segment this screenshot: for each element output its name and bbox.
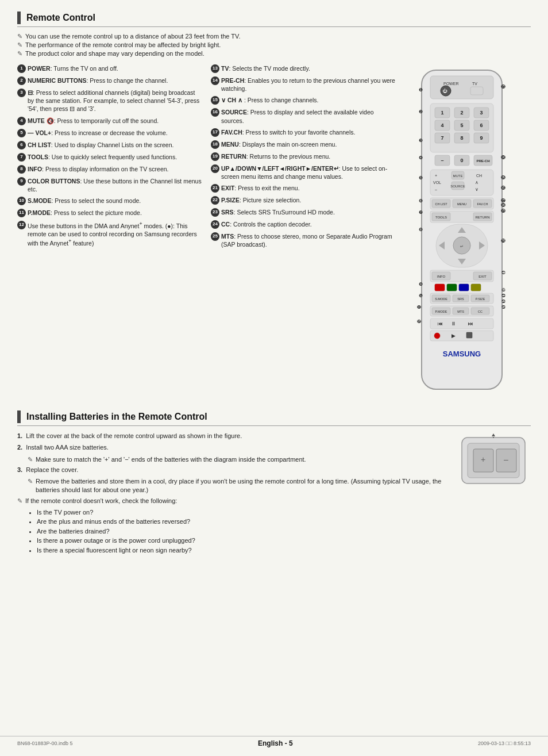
desc-item-13: 13 TV: Selects the TV mode directly.	[211, 64, 396, 73]
svg-text:❺: ❺	[419, 175, 423, 181]
desc-col-left: 1 POWER: Turns the TV on and off. 2 NUME…	[17, 64, 202, 399]
svg-text:5: 5	[460, 122, 463, 128]
bat-step-3-text: Replace the cover.	[26, 466, 78, 474]
num-badge-4: 4	[17, 117, 26, 125]
footer-right: 2009-03-13 □□ 8:55:13	[478, 740, 531, 746]
svg-text:㉒: ㉒	[501, 288, 505, 292]
svg-text:∧: ∧	[475, 180, 478, 185]
svg-text:⓬: ⓬	[417, 320, 421, 324]
num-badge-2: 2	[17, 76, 26, 85]
desc-text-18: MENU: Displays the main on-screen menu.	[221, 140, 337, 149]
desc-text-10: S.MODE: Press to select the sound mode.	[28, 197, 141, 205]
bat-step-2-note: ✎ Make sure to match the '+' and '−' end…	[28, 455, 445, 464]
desc-item-1: 1 POWER: Turns the TV on and off.	[17, 64, 202, 73]
num-badge-19: 19	[211, 152, 219, 161]
desc-item-24: 24 CC: Controls the caption decoder.	[211, 220, 396, 229]
svg-text:⓫: ⓫	[417, 305, 421, 309]
desc-item-11: 11 P.MODE: Press to select the picture m…	[17, 209, 202, 217]
svg-text:S.MODE: S.MODE	[435, 297, 447, 301]
svg-text:6: 6	[480, 122, 483, 128]
svg-text:❶: ❶	[419, 87, 423, 93]
bat-step-2: 2. Install two AAA size batteries.	[17, 443, 445, 452]
desc-item-5: 5 — VOL+: Press to increase or decrease …	[17, 129, 202, 137]
desc-text-17: FAV.CH: Press to switch to your favorite…	[221, 128, 355, 137]
svg-rect-92	[466, 332, 472, 338]
svg-text:⓴: ⓴	[501, 239, 505, 244]
svg-text:POWER: POWER	[443, 82, 458, 86]
page: Remote Control ✎ You can use the remote …	[0, 0, 548, 756]
svg-text:⏮: ⏮	[438, 321, 443, 327]
bat-bullet-1: Is the TV power on?	[37, 508, 195, 517]
bat-step-1-text: Lift the cover at the back of the remote…	[26, 432, 242, 440]
batteries-diagram: + –	[456, 432, 531, 555]
bat-step-3-note: ✎ Remove the batteries and store them in…	[28, 477, 445, 494]
remote-control-section: Remote Control ✎ You can use the remote …	[17, 11, 531, 399]
svg-text:▶: ▶	[451, 333, 456, 339]
svg-text:PRE-CH: PRE-CH	[476, 159, 489, 163]
bat-step-3-note-text: Remove the batteries and store them in a…	[36, 477, 445, 494]
desc-text-6: CH LIST: Used to display Channel Lists o…	[28, 141, 173, 149]
num-badge-18: 18	[211, 140, 219, 149]
desc-text-12: Use these buttons in the DMA and Anynet+…	[28, 221, 202, 247]
desc-item-23: 23 SRS: Selects SRS TruSurround HD mode.	[211, 208, 396, 217]
svg-rect-1	[430, 76, 493, 99]
desc-item-8: 8 INFO: Press to display information on …	[17, 165, 202, 174]
svg-text:❼: ❼	[419, 210, 423, 215]
svg-text:FAV.CH: FAV.CH	[477, 202, 488, 206]
svg-text:SRS: SRS	[457, 297, 464, 301]
note-item-3: ✎ The product color and shape may vary d…	[17, 50, 531, 57]
svg-text:INFO: INFO	[437, 275, 446, 278]
svg-text:MTS: MTS	[457, 310, 464, 313]
svg-text:–: –	[441, 158, 443, 163]
footer-page-number: English - 5	[258, 739, 293, 747]
num-badge-5: 5	[17, 129, 26, 137]
svg-rect-67	[435, 284, 445, 291]
svg-text:8: 8	[460, 135, 463, 141]
svg-text:⏻: ⏻	[442, 89, 447, 94]
desc-text-22: P.SIZE: Picture size selection.	[221, 196, 301, 205]
desc-text-24: CC: Controls the caption decoder.	[221, 220, 312, 229]
bat-step-1: 1. Lift the cover at the back of the rem…	[17, 432, 445, 440]
bat-if-content: If the remote control doesn't work, chec…	[25, 497, 195, 555]
remote-section-title: Remote Control	[26, 13, 95, 23]
bat-step-3: 3. Replace the cover.	[17, 466, 445, 474]
num-badge-10: 10	[17, 197, 26, 205]
num-badge-23: 23	[211, 208, 219, 217]
desc-item-3: 3 ⊟: Press to select additional channels…	[17, 89, 202, 113]
desc-item-4: 4 MUTE 🔇: Press to temporarily cut off t…	[17, 117, 202, 125]
note-item-2: ✎ The performance of the remote control …	[17, 41, 531, 49]
desc-text-11: P.MODE: Press to select the picture mode…	[28, 209, 142, 217]
svg-text:㉓: ㉓	[501, 294, 505, 298]
svg-rect-68	[447, 284, 457, 291]
bat-if-note: ✎ If the remote control doesn't work, ch…	[17, 497, 445, 555]
svg-text:⓭: ⓭	[501, 85, 505, 90]
bat-note-icon-2: ✎	[28, 455, 33, 464]
svg-text:TOOLS: TOOLS	[435, 216, 447, 219]
svg-text:9: 9	[480, 135, 483, 141]
batteries-text: 1. Lift the cover at the back of the rem…	[17, 432, 445, 555]
num-badge-1: 1	[17, 64, 26, 73]
batteries-section: Installing Batteries in the Remote Contr…	[17, 410, 531, 555]
svg-text:❿: ❿	[419, 293, 423, 298]
svg-text:⏸: ⏸	[451, 321, 456, 327]
remote-content: 1 POWER: Turns the TV on and off. 2 NUME…	[17, 64, 531, 399]
num-badge-13: 13	[211, 64, 219, 73]
num-badge-3: 3	[17, 89, 26, 97]
svg-text:VOL: VOL	[433, 181, 441, 185]
desc-text-5: — VOL+: Press to increase or decrease th…	[28, 129, 168, 137]
svg-text:❾: ❾	[419, 282, 423, 287]
desc-text-4: MUTE 🔇: Press to temporarily cut off the…	[28, 117, 159, 125]
bat-if-text: If the remote control doesn't work, chec…	[25, 497, 177, 504]
num-badge-6: 6	[17, 141, 26, 149]
svg-text:2: 2	[460, 110, 463, 116]
desc-text-2: NUMERIC BUTTONS: Press to change the cha…	[28, 76, 168, 85]
svg-text:TV: TV	[472, 82, 477, 86]
svg-text:❹: ❹	[419, 155, 423, 160]
desc-item-19: 19 RETURN: Returns to the previous menu.	[211, 152, 396, 161]
svg-text:㉕: ㉕	[501, 305, 505, 309]
num-badge-9: 9	[17, 177, 26, 186]
svg-text:P.MODE: P.MODE	[435, 310, 447, 313]
desc-item-15: 15 ∨ CH ∧ : Press to change channels.	[211, 96, 396, 105]
batteries-content: 1. Lift the cover at the back of the rem…	[17, 432, 531, 555]
bat-step-2-note-text: Make sure to match the '+' and '−' ends …	[36, 455, 306, 464]
